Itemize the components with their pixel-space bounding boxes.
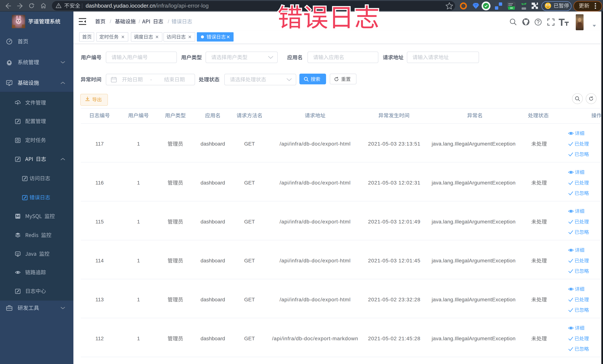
svg-text:on: on [510,7,513,9]
